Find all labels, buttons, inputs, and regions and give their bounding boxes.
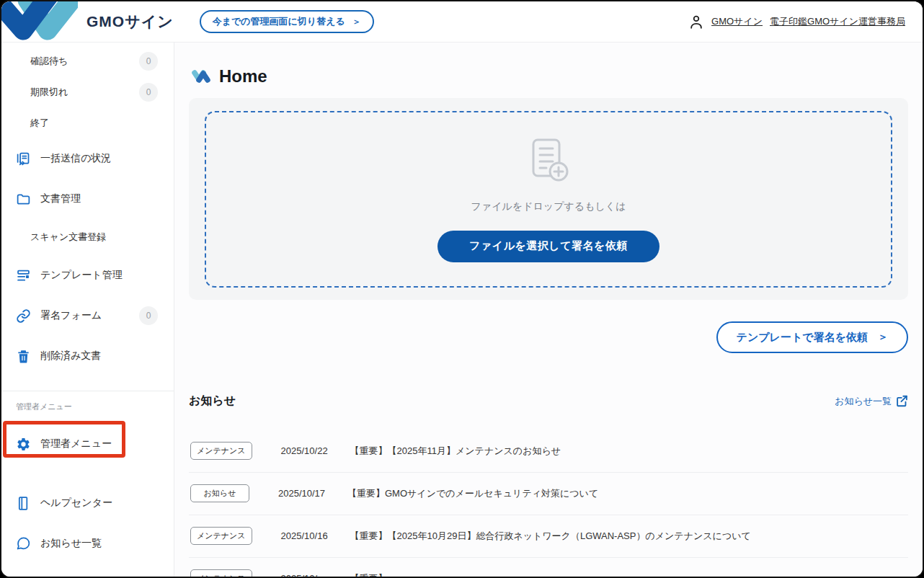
chat-icon	[16, 536, 31, 551]
notice-date: 2025/10/	[281, 573, 350, 578]
notice-row[interactable]: メンテナンス 2025/10/16 【重要】【2025年10月29日】総合行政ネ…	[189, 515, 908, 558]
notice-row[interactable]: お知らせ 2025/10/17 【重要】GMOサインでのメールセキュリティ対策に…	[189, 473, 908, 515]
sidebar-item-help-center[interactable]: ヘルプセンター	[1, 483, 174, 523]
sidebar-item-label: テンプレート管理	[40, 269, 123, 282]
sidebar-item-announcement-list[interactable]: お知らせ一覧	[1, 523, 174, 564]
sidebar-item-expired[interactable]: 期限切れ 0	[1, 76, 174, 107]
notices-section-title: お知らせ	[189, 394, 236, 409]
sidebar-item-document-management[interactable]: 文書管理	[1, 179, 174, 219]
book-icon	[16, 496, 31, 511]
sidebar-item-label: 署名フォーム	[40, 309, 102, 322]
sidebar-item-awaiting-confirmation[interactable]: 確認待ち 0	[1, 45, 174, 76]
user-icon	[688, 14, 704, 30]
sidebar: 確認待ち 0 期限切れ 0 終了 一括送信の状況	[1, 43, 174, 578]
notices-list: メンテナンス 2025/10/22 【重要】【2025年11月】メンテナンスのお…	[189, 430, 908, 578]
sidebar-item-label: 削除済み文書	[40, 350, 101, 363]
chevron-right-icon: ＞	[878, 331, 888, 344]
sidebar-item-label: 一括送信の状況	[40, 152, 111, 165]
account-user-link[interactable]: 電子印鑑GMOサイン運営事務局	[770, 15, 905, 28]
sidebar-item-label: ヘルプセンター	[40, 497, 112, 510]
template-sign-request-button[interactable]: テンプレートで署名を依頼 ＞	[716, 321, 908, 353]
notice-title: 【重要】	[350, 572, 388, 578]
count-badge: 0	[139, 306, 158, 325]
switch-admin-screen-button[interactable]: 今までの管理画面に切り替える ＞	[200, 10, 374, 33]
dropzone-hint-text: ファイルをドロップするもしくは	[471, 200, 626, 213]
count-badge: 0	[139, 83, 158, 102]
notice-category-badge: お知らせ	[190, 484, 249, 502]
notice-title: 【重要】【2025年11月】メンテナンスのお知らせ	[350, 445, 561, 458]
sidebar-item-label: スキャン文書登録	[30, 231, 106, 244]
sidebar-divider	[1, 391, 174, 391]
admin-section-label: 管理者メニュー	[16, 401, 174, 412]
sidebar-item-label: 管理者メニュー	[40, 437, 112, 450]
account-area: GMOサイン 電子印鑑GMOサイン運営事務局	[688, 14, 905, 30]
notice-title: 【重要】GMOサインでのメールセキュリティ対策について	[347, 487, 598, 500]
sidebar-item-template-management[interactable]: テンプレート管理	[1, 255, 174, 295]
sidebar-item-bulk-send-status[interactable]: 一括送信の状況	[1, 138, 174, 179]
notice-date: 2025/10/16	[281, 530, 350, 541]
notice-category-badge: メンテナンス	[190, 569, 252, 578]
bulk-send-icon	[16, 151, 31, 166]
file-drop-panel: ファイルをドロップするもしくは ファイルを選択して署名を依頼	[189, 98, 908, 300]
file-dropzone[interactable]: ファイルをドロップするもしくは ファイルを選択して署名を依頼	[205, 111, 892, 288]
switch-admin-screen-label: 今までの管理画面に切り替える	[213, 15, 345, 28]
notice-category-badge: メンテナンス	[190, 442, 252, 460]
account-company-link[interactable]: GMOサイン	[711, 15, 763, 28]
count-badge: 0	[139, 52, 158, 71]
notice-title: 【重要】【2025年10月29日】総合行政ネットワーク（LGWAN-ASP）のメ…	[350, 530, 751, 543]
sidebar-item-signature-form[interactable]: 署名フォーム 0	[1, 295, 174, 336]
sidebar-item-label: 確認待ち	[30, 55, 68, 68]
external-link-icon	[896, 395, 908, 407]
template-icon	[16, 268, 31, 283]
notice-date: 2025/10/22	[281, 445, 350, 456]
notice-date: 2025/10/17	[278, 488, 347, 499]
sidebar-item-admin-menu[interactable]: 管理者メニュー	[1, 424, 174, 464]
sidebar-item-label: 文書管理	[40, 192, 81, 205]
sidebar-item-label: お知らせ一覧	[40, 537, 102, 550]
sidebar-item-deleted-documents[interactable]: 削除済み文書	[1, 336, 174, 376]
chevron-right-icon: ＞	[352, 16, 361, 28]
notice-category-badge: メンテナンス	[190, 527, 252, 545]
main-content: Home ファイルをドロップするもしくは ファイルを選択して	[174, 43, 923, 578]
page-title-row: Home	[189, 66, 908, 86]
notices-list-link[interactable]: お知らせ一覧	[835, 395, 908, 408]
sidebar-item-label: 期限切れ	[30, 86, 68, 99]
link-icon	[16, 308, 31, 324]
gear-icon	[16, 437, 31, 452]
template-sign-request-label: テンプレートで署名を依頼	[737, 331, 868, 344]
folder-icon	[16, 192, 31, 207]
top-header: GMOサイン 今までの管理画面に切り替える ＞ GMOサイン 電子印鑑GMOサイ…	[1, 1, 923, 43]
app-window: GMOサイン 今までの管理画面に切り替える ＞ GMOサイン 電子印鑑GMOサイ…	[0, 0, 924, 578]
notice-row[interactable]: メンテナンス 2025/10/22 【重要】【2025年11月】メンテナンスのお…	[189, 430, 908, 473]
page-title: Home	[219, 66, 267, 86]
app-logo-text: GMOサイン	[86, 12, 174, 32]
notice-row[interactable]: メンテナンス 2025/10/ 【重要】	[189, 558, 908, 578]
gmo-sign-logo-mark-icon	[1, 1, 78, 42]
select-file-button[interactable]: ファイルを選択して署名を依頼	[437, 231, 659, 262]
sidebar-item-completed[interactable]: 終了	[1, 107, 174, 138]
document-add-icon	[526, 137, 571, 184]
home-logo-icon	[190, 68, 212, 85]
sidebar-item-label: 終了	[30, 117, 49, 130]
sidebar-item-scan-document-register[interactable]: スキャン文書登録	[1, 219, 174, 255]
trash-icon	[16, 349, 31, 364]
notices-list-link-label: お知らせ一覧	[835, 395, 892, 408]
